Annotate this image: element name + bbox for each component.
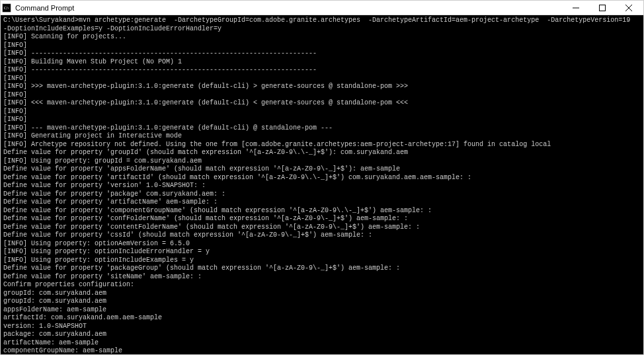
- terminal-line: groupId: com.suryakand.aem: [3, 290, 641, 298]
- terminal-line: [INFO]: [3, 91, 641, 100]
- terminal-line: componentGroupName: aem-sample: [3, 347, 641, 354]
- terminal-line: [INFO] Scanning for projects...: [3, 33, 641, 42]
- terminal-line: [INFO] ---------------------------------…: [3, 66, 641, 75]
- svg-text:C:\: C:\: [4, 5, 9, 9]
- terminal-line: Define value for property 'package' com.…: [3, 190, 641, 199]
- terminal-line: Define value for property 'packageGroup'…: [3, 264, 641, 273]
- terminal-line: [INFO] Archetype repository not defined.…: [3, 141, 641, 149]
- terminal-line: Define value for property 'artifactName'…: [3, 198, 641, 207]
- terminal-line: Define value for property 'artifactId' (…: [3, 174, 641, 182]
- terminal-line: groupId: com.suryakand.aem: [3, 297, 641, 306]
- svg-rect-3: [600, 5, 606, 11]
- window-controls: [563, 1, 642, 15]
- terminal-line: [INFO] Using property: optionIncludeErro…: [3, 248, 641, 256]
- terminal-line: Define value for property 'siteName' aem…: [3, 273, 641, 282]
- terminal-line: [INFO] Building Maven Stub Project (No P…: [3, 58, 641, 67]
- titlebar: C:\ Command Prompt: [1, 1, 643, 15]
- terminal-line: C:\Users\Suryakand>mvn archetype:generat…: [3, 17, 641, 33]
- terminal-line: [INFO] --- maven-archetype-plugin:3.1.0:…: [3, 124, 641, 133]
- terminal-line: Define value for property 'confFolderNam…: [3, 215, 641, 223]
- terminal-line: Define value for property 'groupId' (sho…: [3, 149, 641, 157]
- terminal-line: [INFO] ---------------------------------…: [3, 50, 641, 58]
- terminal-line: Define value for property 'componentGrou…: [3, 207, 641, 216]
- app-icon: C:\: [2, 3, 11, 13]
- terminal-line: package: com.suryakand.aem: [3, 331, 641, 339]
- minimize-button[interactable]: [563, 1, 589, 15]
- terminal-line: [INFO]: [3, 116, 641, 124]
- terminal-line: [INFO] Using property: groupId = com.sur…: [3, 157, 641, 166]
- maximize-button[interactable]: [589, 1, 616, 15]
- terminal-line: Define value for property 'cssId' (shoul…: [3, 231, 641, 240]
- terminal-line: [INFO]: [3, 108, 641, 116]
- terminal-line: artifactId: com.suryakand.aem.aem-sample: [3, 314, 641, 323]
- terminal-line: Define value for property 'contentFolder…: [3, 223, 641, 232]
- terminal-line: [INFO]: [3, 75, 641, 83]
- terminal-line: appsFolderName: aem-sample: [3, 306, 641, 315]
- command-prompt-window: C:\ Command Prompt C:\Users\Suryakand>mv…: [0, 0, 644, 355]
- close-button[interactable]: [616, 1, 642, 15]
- terminal-line: [INFO]: [3, 42, 641, 50]
- terminal-line: [INFO] Using property: optionIncludeExam…: [3, 256, 641, 265]
- terminal-line: Define value for property 'appsFolderNam…: [3, 165, 641, 174]
- terminal-line: Confirm properties configuration:: [3, 281, 641, 290]
- terminal-line: Define value for property 'version' 1.0-…: [3, 182, 641, 190]
- terminal-line: [INFO] Generating project in Interactive…: [3, 132, 641, 141]
- titlebar-title: Command Prompt: [15, 4, 563, 12]
- terminal-line: version: 1.0-SNAPSHOT: [3, 323, 641, 331]
- terminal-line: [INFO] <<< maven-archetype-plugin:3.1.0:…: [3, 99, 641, 108]
- terminal-line: [INFO] Using property: optionAemVersion …: [3, 240, 641, 249]
- terminal-line: artifactName: aem-sample: [3, 339, 641, 348]
- terminal-output[interactable]: C:\Users\Suryakand>mvn archetype:generat…: [1, 15, 643, 354]
- terminal-line: [INFO] >>> maven-archetype-plugin:3.1.0:…: [3, 83, 641, 91]
